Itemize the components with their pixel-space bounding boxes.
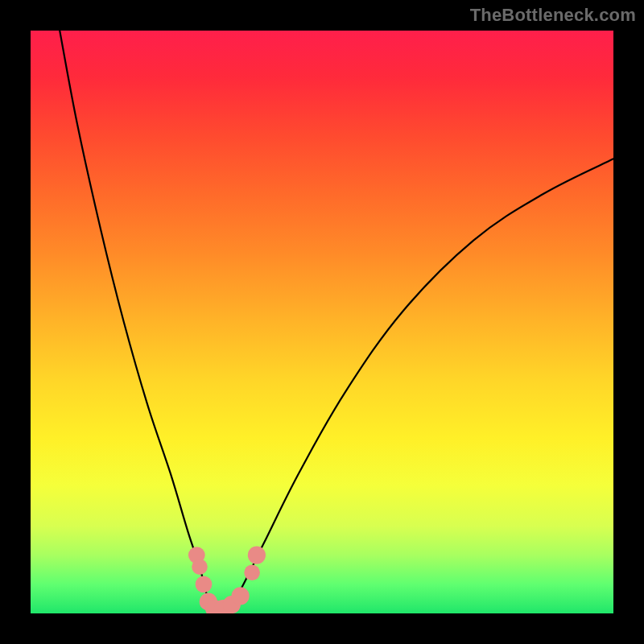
valley-marker: [232, 587, 250, 605]
watermark-text: TheBottleneck.com: [470, 5, 636, 26]
valley-marker: [244, 565, 260, 581]
curve-right-branch: [217, 159, 613, 613]
plot-area: [31, 31, 613, 613]
valley-marker: [248, 547, 266, 564]
valley-marker: [192, 559, 208, 575]
curve-layer: [31, 31, 613, 613]
chart-frame: TheBottleneck.com: [0, 0, 644, 644]
valley-markers: [188, 547, 266, 614]
valley-marker: [196, 576, 213, 592]
curve-left-branch: [60, 31, 217, 613]
